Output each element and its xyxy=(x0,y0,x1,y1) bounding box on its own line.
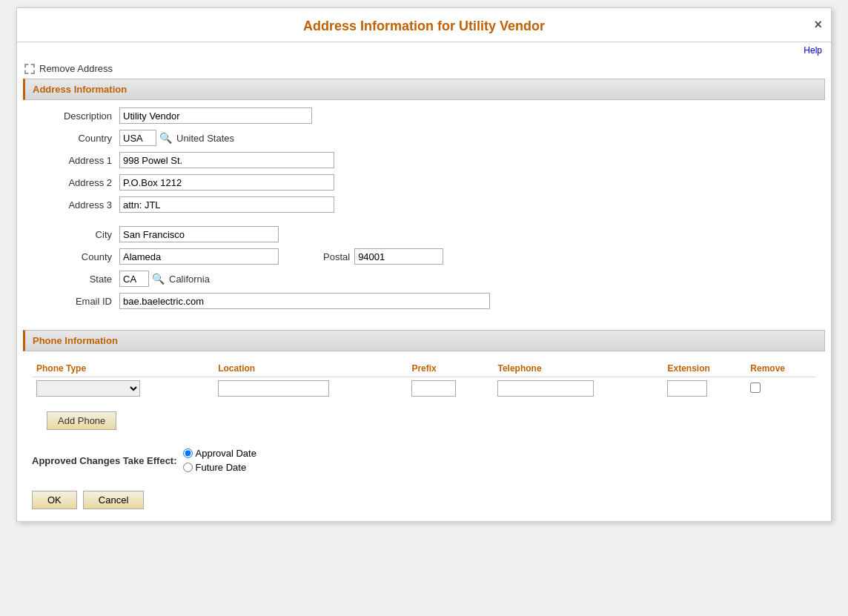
future-date-label: Future Date xyxy=(196,462,247,473)
col-location: Location xyxy=(213,360,407,377)
description-label: Description xyxy=(38,110,119,122)
address3-input[interactable] xyxy=(119,196,334,213)
close-button[interactable]: × xyxy=(814,17,822,33)
description-input[interactable] xyxy=(119,107,312,124)
phone-section-header: Phone Information xyxy=(23,330,825,351)
email-input[interactable] xyxy=(119,293,490,309)
state-search-icon[interactable]: 🔍 xyxy=(152,273,165,285)
phone-location-input[interactable] xyxy=(218,380,329,397)
col-remove: Remove xyxy=(746,360,816,377)
country-label: Country xyxy=(38,133,119,144)
state-name-text: California xyxy=(169,274,210,285)
col-phone-type: Phone Type xyxy=(32,360,213,377)
remove-address-checkbox[interactable] xyxy=(24,64,35,74)
city-input[interactable] xyxy=(119,226,279,242)
county-label: County xyxy=(38,251,119,262)
county-input[interactable] xyxy=(119,248,279,265)
approval-date-option[interactable]: Approval Date xyxy=(183,448,256,459)
country-row: Country 🔍 United States xyxy=(38,130,810,146)
future-date-option[interactable]: Future Date xyxy=(183,462,256,473)
phone-location-cell xyxy=(213,377,407,400)
postal-input[interactable] xyxy=(354,248,443,265)
phone-section-content: Phone Type Location Prefix Telephone Ext… xyxy=(23,351,825,440)
approval-row: Approved Changes Take Effect: Approval D… xyxy=(32,448,816,473)
remove-address-label: Remove Address xyxy=(39,63,113,74)
approval-date-radio[interactable] xyxy=(183,448,193,458)
help-area: Help xyxy=(17,42,831,59)
phone-type-select[interactable] xyxy=(36,380,140,397)
email-row: Email ID xyxy=(38,293,810,309)
footer-buttons: OK Cancel xyxy=(17,485,831,521)
address3-label: Address 3 xyxy=(38,199,119,211)
ok-button[interactable]: OK xyxy=(32,491,77,509)
phone-telephone-input[interactable] xyxy=(497,380,594,397)
address-dialog: Address Information for Utility Vendor ×… xyxy=(16,7,832,522)
description-row: Description xyxy=(38,107,810,124)
phone-prefix-cell xyxy=(407,377,493,400)
address3-row: Address 3 xyxy=(38,196,810,213)
col-extension: Extension xyxy=(663,360,746,377)
col-telephone: Telephone xyxy=(493,360,663,377)
phone-extension-cell xyxy=(663,377,746,400)
help-link[interactable]: Help xyxy=(804,45,822,56)
city-row: City xyxy=(38,226,810,242)
address2-row: Address 2 xyxy=(38,174,810,191)
address-section-content: Description Country 🔍 United States Addr… xyxy=(23,100,825,322)
approval-radio-group: Approval Date Future Date xyxy=(183,448,256,473)
state-code-input[interactable] xyxy=(119,271,149,287)
county-postal-row: County Postal xyxy=(38,248,810,265)
approval-label: Approved Changes Take Effect: xyxy=(32,455,177,466)
country-code-input[interactable] xyxy=(119,130,156,146)
city-label: City xyxy=(38,229,119,240)
address1-row: Address 1 xyxy=(38,152,810,168)
address1-input[interactable] xyxy=(119,152,334,168)
country-name-text: United States xyxy=(176,133,234,144)
add-phone-button[interactable]: Add Phone xyxy=(47,411,116,430)
add-phone-area: Add Phone xyxy=(32,400,816,437)
phone-telephone-cell xyxy=(493,377,663,400)
email-label: Email ID xyxy=(38,296,119,307)
state-row: State 🔍 California xyxy=(38,271,810,287)
cancel-button[interactable]: Cancel xyxy=(83,491,144,509)
address2-input[interactable] xyxy=(119,174,334,191)
phone-row xyxy=(32,377,816,400)
phone-table-header-row: Phone Type Location Prefix Telephone Ext… xyxy=(32,360,816,377)
phone-remove-checkbox[interactable] xyxy=(750,382,761,393)
postal-label: Postal xyxy=(323,251,350,262)
phone-table: Phone Type Location Prefix Telephone Ext… xyxy=(32,360,816,400)
future-date-radio[interactable] xyxy=(183,463,193,472)
col-prefix: Prefix xyxy=(407,360,493,377)
address-section-header: Address Information xyxy=(23,79,825,100)
phone-prefix-input[interactable] xyxy=(411,380,456,397)
approval-section: Approved Changes Take Effect: Approval D… xyxy=(17,440,831,485)
phone-type-cell xyxy=(32,377,213,400)
country-search-icon[interactable]: 🔍 xyxy=(159,132,172,144)
dialog-title: Address Information for Utility Vendor xyxy=(303,19,545,33)
address1-label: Address 1 xyxy=(38,155,119,166)
dialog-header: Address Information for Utility Vendor × xyxy=(17,8,831,42)
approval-date-label: Approval Date xyxy=(196,448,256,459)
state-label: State xyxy=(38,274,119,285)
phone-remove-cell xyxy=(746,377,816,400)
address2-label: Address 2 xyxy=(38,177,119,188)
phone-extension-input[interactable] xyxy=(667,380,707,397)
toolbar: Remove Address xyxy=(17,59,831,79)
